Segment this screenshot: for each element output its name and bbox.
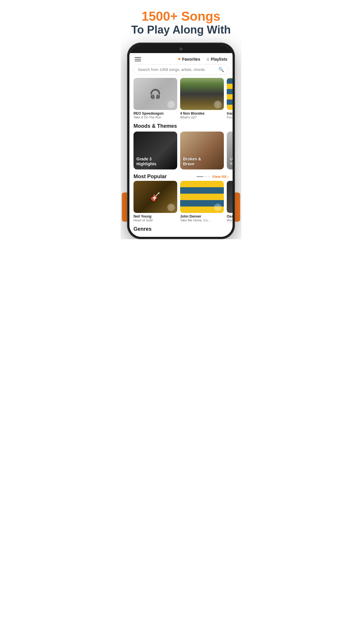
song-artist-3: traditional — [227, 111, 233, 116]
bump-right — [234, 192, 240, 222]
song-title-5: Take Me Home, Co... — [180, 218, 224, 222]
dot-2 — [208, 176, 210, 177]
bump-left — [122, 192, 128, 222]
phone-shell: ♥ Favorites ♫ Playlists 🔍 — [127, 43, 235, 239]
playlist-icon: ♫ — [206, 57, 209, 62]
mood-card-unstoppable[interactable]: UnstoppableYou — [227, 132, 233, 169]
favorites-button[interactable]: ♥ Favorites — [178, 57, 200, 62]
song-title-1: Take It On The Run — [133, 116, 177, 119]
song-img-stripes2: ♡ — [180, 181, 224, 213]
most-popular-heading: Most Popular — [133, 174, 194, 180]
song-img-guitar: 🎸 ♡ — [133, 181, 177, 213]
notch-area — [129, 45, 233, 53]
chevron-right-icon: › — [227, 174, 229, 179]
phone-screen: ♥ Favorites ♫ Playlists 🔍 — [129, 45, 233, 237]
favorite-btn-5[interactable]: ♡ — [214, 204, 222, 211]
playlists-label: Playlists — [211, 57, 227, 62]
most-popular-list: 🎸 ♡ Neil Young Heart of Gold ♡ John Denv… — [129, 181, 233, 222]
song-card-oasis[interactable]: 🏍️ ♡ Oasis Wonderwall — [227, 181, 233, 222]
mood-card-grade3[interactable]: Grade 3Highlights — [133, 132, 177, 169]
promo-title-songs: 1500+ Songs — [126, 9, 236, 23]
dot-active — [196, 176, 203, 177]
search-bar[interactable]: 🔍 — [133, 64, 229, 75]
dot-1 — [204, 176, 207, 177]
favorite-btn-1[interactable]: ♡ — [167, 101, 175, 108]
nav-actions: ♥ Favorites ♫ Playlists — [178, 57, 227, 62]
playlists-button[interactable]: ♫ Playlists — [206, 57, 227, 62]
app-content: ♥ Favorites ♫ Playlists 🔍 — [129, 53, 233, 237]
song-title-6: Wonderwall — [227, 218, 233, 222]
promo-title-sub: To Play Along With — [126, 23, 236, 37]
most-popular-header: Most Popular View All › — [129, 169, 233, 181]
mood-label-unstoppable: UnstoppableYou — [230, 157, 233, 167]
genres-heading: Genres — [129, 222, 233, 233]
song-img-road: ♡ — [180, 78, 224, 110]
song-card-reo[interactable]: 🎧 ♡ REO Speedwagon Take It On The Run — [133, 78, 177, 119]
search-input[interactable] — [138, 67, 218, 72]
menu-icon[interactable] — [135, 57, 141, 61]
song-img-earphones: 🎧 ♡ — [133, 78, 177, 110]
song-title-4: Heart of Gold — [133, 218, 177, 222]
heart-icon: ♥ — [178, 57, 181, 62]
favorite-btn-2[interactable]: ♡ — [214, 101, 222, 108]
moods-heading: Moods & Themes — [129, 119, 233, 132]
progress-dots — [196, 176, 210, 177]
song-artist-6: Oasis — [227, 214, 233, 218]
view-all-button[interactable]: View All › — [212, 174, 229, 179]
song-img-road-dark: 🏍️ ♡ — [227, 181, 233, 213]
song-title-3: Four Beats, One M... — [227, 116, 233, 119]
promo-header: 1500+ Songs To Play Along With — [121, 0, 241, 43]
top-nav: ♥ Favorites ♫ Playlists — [129, 53, 233, 64]
song-card-traditional[interactable]: ♡ traditional Four Beats, One M... — [227, 78, 233, 119]
favorites-label: Favorites — [182, 57, 200, 62]
song-card-johndenver[interactable]: ♡ John Denver Take Me Home, Co... — [180, 181, 224, 222]
song-artist-1: REO Speedwagon — [133, 111, 177, 116]
mood-card-broken[interactable]: Broken &Brave — [180, 132, 224, 169]
song-artist-4: Neil Young — [133, 214, 177, 218]
song-img-stripes: ♡ — [227, 78, 233, 110]
recent-songs-list: 🎧 ♡ REO Speedwagon Take It On The Run ♡ … — [129, 78, 233, 119]
mood-label-broken: Broken &Brave — [183, 157, 201, 167]
song-title-2: What's Up? — [180, 116, 224, 119]
view-all-label: View All — [212, 174, 226, 179]
camera-notch — [180, 48, 182, 50]
song-card-neilyoung[interactable]: 🎸 ♡ Neil Young Heart of Gold — [133, 181, 177, 222]
search-icon[interactable]: 🔍 — [218, 67, 224, 72]
song-artist-5: John Denver — [180, 214, 224, 218]
song-artist-2: 4 Non Blondes — [180, 111, 224, 116]
song-card-nonblondes[interactable]: ♡ 4 Non Blondes What's Up? — [180, 78, 224, 119]
moods-list: Grade 3Highlights Broken &Brave Unstoppa… — [129, 132, 233, 169]
mood-label-grade3: Grade 3Highlights — [136, 157, 156, 167]
favorite-btn-4[interactable]: ♡ — [167, 204, 175, 211]
